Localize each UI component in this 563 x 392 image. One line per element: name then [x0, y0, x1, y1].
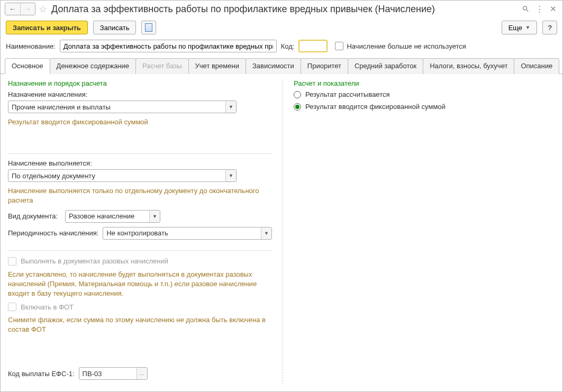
tab-priority[interactable]: Приоритет — [301, 58, 348, 74]
favorite-star-icon[interactable]: ☆ — [39, 3, 47, 15]
name-label: Наименование: — [6, 42, 56, 50]
radio-calculated[interactable] — [294, 91, 301, 98]
doc-type-label: Вид документа: — [8, 212, 61, 220]
document-icon — [145, 23, 152, 32]
left-column: Назначение и порядок расчета Назначение … — [8, 79, 283, 384]
onetime-check-row: Выполнять в документах разовых начислени… — [8, 257, 272, 266]
efs-value: ПВ-03 — [79, 368, 137, 379]
save-and-close-button[interactable]: Записать и закрыть — [6, 21, 88, 34]
name-code-row: Наименование: Код: Начисление больше не … — [1, 40, 562, 58]
doc-type-field: Вид документа: Разовое начисление ▼ — [8, 210, 272, 223]
fot-checkbox — [8, 303, 16, 311]
more-button-label: Еще — [508, 24, 522, 32]
kebab-menu-icon[interactable]: ⋮ — [534, 4, 544, 14]
tab-avg[interactable]: Средний заработок — [348, 58, 423, 74]
not-used-label: Начисление больше не используется — [347, 42, 466, 50]
tab-desc[interactable]: Описание — [514, 58, 559, 74]
period-field: Периодичность начисления: Не контролиров… — [8, 227, 272, 240]
radio-fixed-label: Результат вводится фиксированной суммой — [305, 103, 446, 111]
exec-field: Начисление выполняется: По отдельному до… — [8, 159, 272, 182]
exec-select[interactable]: По отдельному документу ▼ — [8, 169, 237, 182]
radio-fixed[interactable] — [294, 103, 301, 111]
nav-back-button[interactable]: ← — [5, 3, 20, 15]
arrow-right-icon: → — [24, 5, 32, 13]
help-button[interactable]: ? — [542, 21, 557, 34]
radio-fixed-row[interactable]: Результат вводится фиксированной суммой — [294, 103, 555, 111]
doc-type-select-caret[interactable]: ▼ — [149, 211, 160, 222]
tab-base[interactable]: Расчет базы — [135, 58, 189, 74]
section-calc-title: Расчет и показатели — [294, 79, 555, 87]
purpose-select-caret[interactable]: ▼ — [225, 101, 236, 113]
tab-main[interactable]: Основное — [5, 58, 50, 74]
tab-time[interactable]: Учет времени — [188, 58, 246, 74]
not-used-checkbox[interactable] — [335, 42, 343, 50]
close-icon[interactable]: ✕ — [548, 4, 558, 14]
divider — [8, 250, 272, 251]
code-input[interactable] — [298, 40, 328, 52]
section-purpose-title: Назначение и порядок расчета — [8, 79, 272, 87]
tab-taxes[interactable]: Налоги, взносы, бухучет — [423, 58, 514, 74]
window-title: Доплата за эффективность работы по профи… — [51, 4, 435, 15]
document-button[interactable] — [141, 21, 156, 34]
period-select-caret[interactable]: ▼ — [261, 227, 271, 239]
efs-label: Код выплаты ЕФС-1: — [8, 370, 75, 378]
period-value: Не контролировать — [103, 227, 261, 239]
efs-field: Код выплаты ЕФС-1: ПВ-03 … — [8, 367, 272, 380]
exec-select-value: По отдельному документу — [8, 170, 225, 181]
window: ← → ☆ Доплата за эффективность работы по… — [0, 0, 563, 392]
nav-forward-button[interactable]: → — [20, 3, 35, 15]
onetime-check-note: Если установлено, то начисление будет вы… — [8, 270, 272, 299]
radio-calculated-label: Результат рассчитывается — [305, 90, 390, 98]
content: Назначение и порядок расчета Назначение … — [1, 74, 562, 391]
period-label: Периодичность начисления: — [8, 229, 98, 237]
purpose-label: Назначение начисления: — [8, 90, 272, 98]
right-column: Расчет и показатели Результат рассчитыва… — [283, 79, 555, 384]
arrow-left-icon: ← — [9, 5, 16, 13]
link-icon[interactable]: ⚲ — [520, 4, 531, 14]
nav-buttons: ← → — [5, 3, 35, 15]
efs-select-more-button[interactable]: … — [137, 368, 147, 379]
onetime-checkbox — [8, 257, 16, 266]
exec-select-caret[interactable]: ▼ — [225, 170, 236, 181]
doc-type-select[interactable]: Разовое начисление ▼ — [65, 210, 160, 223]
fot-check-note: Снимите флажок, если сумма по этому начи… — [8, 315, 272, 334]
fot-check-row: Включать в ФОТ — [8, 303, 272, 311]
name-input[interactable] — [60, 40, 277, 52]
exec-label: Начисление выполняется: — [8, 159, 272, 167]
exec-note: Начисление выполняется только по отдельн… — [8, 186, 272, 205]
tab-money[interactable]: Денежное содержание — [50, 58, 136, 74]
titlebar: ← → ☆ Доплата за эффективность работы по… — [1, 1, 562, 17]
efs-select[interactable]: ПВ-03 … — [79, 367, 148, 380]
toolbar: Записать и закрыть Записать Еще ▼ ? — [1, 17, 562, 40]
fot-check-label: Включать в ФОТ — [21, 303, 74, 311]
tab-deps[interactable]: Зависимости — [246, 58, 301, 74]
not-used-checkbox-wrap[interactable]: Начисление больше не используется — [335, 42, 466, 50]
chevron-down-icon: ▼ — [525, 25, 530, 30]
more-button[interactable]: Еще ▼ — [502, 21, 537, 34]
tabs: Основное Денежное содержание Расчет базы… — [1, 58, 562, 74]
radio-calculated-row[interactable]: Результат рассчитывается — [294, 90, 555, 98]
purpose-select-value: Прочие начисления и выплаты — [8, 101, 225, 113]
purpose-field: Назначение начисления: Прочие начисления… — [8, 90, 272, 113]
save-button[interactable]: Записать — [93, 21, 137, 34]
doc-type-value: Разовое начисление — [66, 211, 149, 222]
onetime-check-label: Выполнять в документах разовых начислени… — [21, 257, 168, 265]
result-note: Результат вводится фиксированной суммой — [8, 117, 272, 127]
period-select[interactable]: Не контролировать ▼ — [103, 227, 272, 240]
code-label: Код: — [281, 42, 295, 50]
purpose-select[interactable]: Прочие начисления и выплаты ▼ — [8, 101, 237, 113]
